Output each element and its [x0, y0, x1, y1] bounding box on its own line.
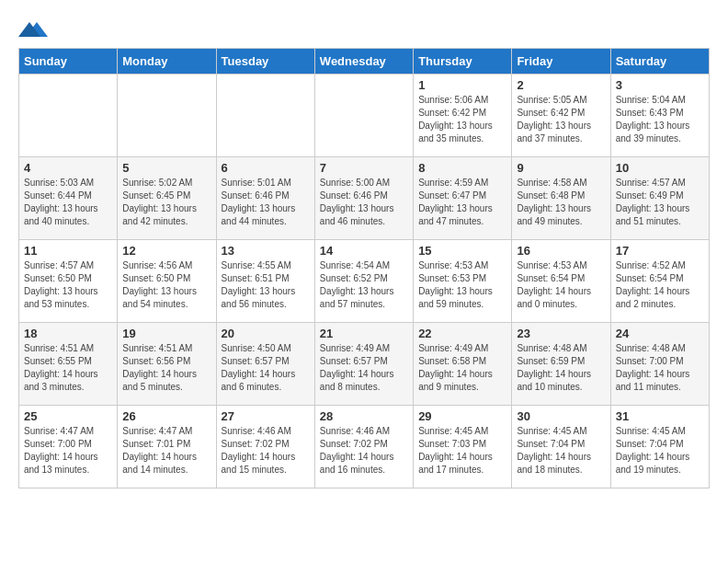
day-info: Sunrise: 4:57 AM Sunset: 6:50 PM Dayligh…	[24, 259, 112, 311]
day-info: Sunrise: 4:49 AM Sunset: 6:57 PM Dayligh…	[320, 342, 408, 394]
day-number: 25	[24, 409, 112, 423]
page-header	[18, 18, 710, 39]
calendar-cell: 3Sunrise: 5:04 AM Sunset: 6:43 PM Daylig…	[610, 75, 709, 157]
day-number: 10	[616, 161, 704, 175]
day-info: Sunrise: 4:49 AM Sunset: 6:58 PM Dayligh…	[418, 342, 506, 394]
weekday-header: Tuesday	[216, 49, 314, 75]
day-info: Sunrise: 4:53 AM Sunset: 6:53 PM Dayligh…	[418, 259, 506, 311]
weekday-header: Sunday	[19, 49, 118, 75]
day-info: Sunrise: 4:47 AM Sunset: 7:01 PM Dayligh…	[122, 425, 210, 477]
calendar-week-row: 25Sunrise: 4:47 AM Sunset: 7:00 PM Dayli…	[19, 406, 710, 488]
day-info: Sunrise: 4:48 AM Sunset: 6:59 PM Dayligh…	[517, 342, 605, 394]
day-number: 2	[517, 78, 605, 92]
day-number: 6	[222, 161, 310, 175]
calendar-cell	[314, 75, 413, 157]
weekday-header: Thursday	[414, 49, 512, 75]
calendar-cell: 9Sunrise: 4:58 AM Sunset: 6:48 PM Daylig…	[512, 157, 610, 240]
day-info: Sunrise: 5:04 AM Sunset: 6:43 PM Dayligh…	[616, 94, 704, 145]
day-number: 15	[418, 244, 506, 258]
calendar-header-row: SundayMondayTuesdayWednesdayThursdayFrid…	[19, 49, 710, 75]
weekday-header: Monday	[118, 49, 216, 75]
day-number: 8	[418, 161, 506, 175]
day-info: Sunrise: 4:48 AM Sunset: 7:00 PM Dayligh…	[616, 342, 704, 394]
day-info: Sunrise: 4:59 AM Sunset: 6:47 PM Dayligh…	[418, 177, 506, 228]
day-info: Sunrise: 5:00 AM Sunset: 6:46 PM Dayligh…	[320, 177, 408, 228]
calendar-cell: 4Sunrise: 5:03 AM Sunset: 6:44 PM Daylig…	[19, 157, 118, 240]
day-number: 5	[122, 161, 210, 175]
day-number: 19	[122, 327, 210, 340]
calendar-cell: 21Sunrise: 4:49 AM Sunset: 6:57 PM Dayli…	[314, 323, 413, 406]
calendar-cell: 12Sunrise: 4:56 AM Sunset: 6:50 PM Dayli…	[118, 240, 216, 323]
calendar-table: SundayMondayTuesdayWednesdayThursdayFrid…	[18, 48, 710, 488]
calendar-cell: 23Sunrise: 4:48 AM Sunset: 6:59 PM Dayli…	[512, 323, 610, 406]
calendar-cell: 10Sunrise: 4:57 AM Sunset: 6:49 PM Dayli…	[610, 157, 709, 240]
calendar-cell: 14Sunrise: 4:54 AM Sunset: 6:52 PM Dayli…	[314, 240, 413, 323]
calendar-week-row: 18Sunrise: 4:51 AM Sunset: 6:55 PM Dayli…	[19, 323, 710, 406]
weekday-header: Friday	[512, 49, 610, 75]
day-info: Sunrise: 5:02 AM Sunset: 6:45 PM Dayligh…	[122, 177, 210, 228]
day-number: 12	[122, 244, 210, 258]
day-number: 21	[320, 327, 408, 340]
day-info: Sunrise: 5:06 AM Sunset: 6:42 PM Dayligh…	[418, 94, 506, 145]
day-number: 22	[418, 327, 506, 340]
day-number: 13	[222, 244, 310, 258]
logo	[18, 18, 50, 39]
day-info: Sunrise: 4:46 AM Sunset: 7:02 PM Dayligh…	[222, 425, 310, 477]
calendar-cell	[118, 75, 216, 157]
day-number: 16	[517, 244, 605, 258]
day-number: 31	[616, 409, 704, 423]
calendar-cell: 16Sunrise: 4:53 AM Sunset: 6:54 PM Dayli…	[512, 240, 610, 323]
day-info: Sunrise: 4:45 AM Sunset: 7:04 PM Dayligh…	[517, 425, 605, 477]
day-info: Sunrise: 4:51 AM Sunset: 6:55 PM Dayligh…	[24, 342, 112, 394]
day-info: Sunrise: 4:45 AM Sunset: 7:04 PM Dayligh…	[616, 425, 704, 477]
day-number: 28	[320, 409, 408, 423]
calendar-cell: 15Sunrise: 4:53 AM Sunset: 6:53 PM Dayli…	[414, 240, 512, 323]
calendar-cell	[216, 75, 314, 157]
day-number: 20	[222, 327, 310, 340]
day-info: Sunrise: 4:54 AM Sunset: 6:52 PM Dayligh…	[320, 259, 408, 311]
day-number: 24	[616, 327, 704, 340]
day-number: 17	[616, 244, 704, 258]
day-number: 7	[320, 161, 408, 175]
logo-icon	[18, 18, 46, 39]
day-info: Sunrise: 4:55 AM Sunset: 6:51 PM Dayligh…	[222, 259, 310, 311]
calendar-cell: 19Sunrise: 4:51 AM Sunset: 6:56 PM Dayli…	[118, 323, 216, 406]
day-info: Sunrise: 4:57 AM Sunset: 6:49 PM Dayligh…	[616, 177, 704, 228]
weekday-header: Saturday	[610, 49, 709, 75]
calendar-cell: 11Sunrise: 4:57 AM Sunset: 6:50 PM Dayli…	[19, 240, 118, 323]
calendar-cell: 6Sunrise: 5:01 AM Sunset: 6:46 PM Daylig…	[216, 157, 314, 240]
calendar-cell: 25Sunrise: 4:47 AM Sunset: 7:00 PM Dayli…	[19, 406, 118, 488]
weekday-header: Wednesday	[314, 49, 413, 75]
calendar-cell: 18Sunrise: 4:51 AM Sunset: 6:55 PM Dayli…	[19, 323, 118, 406]
calendar-cell: 7Sunrise: 5:00 AM Sunset: 6:46 PM Daylig…	[314, 157, 413, 240]
day-info: Sunrise: 4:50 AM Sunset: 6:57 PM Dayligh…	[222, 342, 310, 394]
day-number: 27	[222, 409, 310, 423]
day-info: Sunrise: 4:47 AM Sunset: 7:00 PM Dayligh…	[24, 425, 112, 477]
calendar-cell: 20Sunrise: 4:50 AM Sunset: 6:57 PM Dayli…	[216, 323, 314, 406]
calendar-body: 1Sunrise: 5:06 AM Sunset: 6:42 PM Daylig…	[19, 75, 710, 488]
day-info: Sunrise: 4:56 AM Sunset: 6:50 PM Dayligh…	[122, 259, 210, 311]
day-info: Sunrise: 4:52 AM Sunset: 6:54 PM Dayligh…	[616, 259, 704, 311]
calendar-cell: 22Sunrise: 4:49 AM Sunset: 6:58 PM Dayli…	[414, 323, 512, 406]
day-number: 14	[320, 244, 408, 258]
calendar-cell: 8Sunrise: 4:59 AM Sunset: 6:47 PM Daylig…	[414, 157, 512, 240]
day-info: Sunrise: 4:58 AM Sunset: 6:48 PM Dayligh…	[517, 177, 605, 228]
calendar-cell: 24Sunrise: 4:48 AM Sunset: 7:00 PM Dayli…	[610, 323, 709, 406]
day-number: 4	[24, 161, 112, 175]
day-info: Sunrise: 4:45 AM Sunset: 7:03 PM Dayligh…	[418, 425, 506, 477]
day-number: 11	[24, 244, 112, 258]
day-number: 26	[122, 409, 210, 423]
day-number: 9	[517, 161, 605, 175]
calendar-cell	[19, 75, 118, 157]
calendar-cell: 27Sunrise: 4:46 AM Sunset: 7:02 PM Dayli…	[216, 406, 314, 488]
calendar-cell: 28Sunrise: 4:46 AM Sunset: 7:02 PM Dayli…	[314, 406, 413, 488]
calendar-cell: 2Sunrise: 5:05 AM Sunset: 6:42 PM Daylig…	[512, 75, 610, 157]
calendar-cell: 29Sunrise: 4:45 AM Sunset: 7:03 PM Dayli…	[414, 406, 512, 488]
day-info: Sunrise: 5:01 AM Sunset: 6:46 PM Dayligh…	[222, 177, 310, 228]
calendar-cell: 1Sunrise: 5:06 AM Sunset: 6:42 PM Daylig…	[414, 75, 512, 157]
calendar-cell: 26Sunrise: 4:47 AM Sunset: 7:01 PM Dayli…	[118, 406, 216, 488]
calendar-cell: 5Sunrise: 5:02 AM Sunset: 6:45 PM Daylig…	[118, 157, 216, 240]
calendar-cell: 30Sunrise: 4:45 AM Sunset: 7:04 PM Dayli…	[512, 406, 610, 488]
day-number: 29	[418, 409, 506, 423]
calendar-week-row: 4Sunrise: 5:03 AM Sunset: 6:44 PM Daylig…	[19, 157, 710, 240]
